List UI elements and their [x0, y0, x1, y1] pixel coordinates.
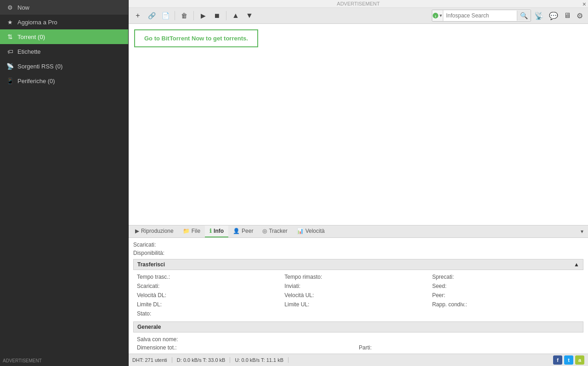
dht-status: DHT: 271 utenti [132, 357, 172, 363]
tab-file-label: File [192, 228, 200, 234]
generale-title: Generale [137, 324, 161, 330]
salva-con-nome-label: Salva con nome: [137, 336, 192, 343]
generale-grid: Dimensione tot.: Parti: Creato il: [137, 343, 580, 354]
tab-tracker[interactable]: ◎ Tracker [258, 225, 292, 237]
limite-dl-label: Limite DL: [137, 301, 178, 308]
trasferisci-collapse-icon[interactable]: ▲ [574, 261, 579, 268]
peer-icon: 👤 [233, 228, 240, 234]
start-button[interactable]: ▶ [197, 10, 209, 22]
tab-expand-button[interactable]: ▾ [578, 226, 586, 236]
search-dropdown-arrow: ▼ [439, 13, 443, 18]
settings-button[interactable]: ⚙ [574, 10, 585, 22]
sidebar-item-now-label: Now [17, 4, 29, 11]
toolbar-sep-2 [193, 11, 194, 20]
stato-field: Stato: [137, 310, 284, 318]
trasferisci-header: Trasferisci ▲ [133, 259, 583, 270]
facebook-icon[interactable]: f [553, 355, 562, 365]
velocita-ul-field: Velocità UL: [284, 291, 432, 299]
delete-button[interactable]: 🗑 [178, 10, 191, 22]
tempo-rimasto-field: Tempo rimasto: [284, 273, 432, 281]
android-icon[interactable]: a [575, 355, 584, 365]
scaricati-label: Scaricati: [133, 242, 188, 248]
tab-riproduzione-label: Riproduzione [141, 228, 174, 234]
file-icon: 📄 [162, 12, 170, 19]
scaricati-info-label: Scaricati: [137, 283, 178, 289]
link-icon: 🔗 [148, 12, 156, 19]
sidebar-item-rss[interactable]: 📡 Sorgenti RSS (0) [0, 59, 128, 73]
toolbar-sep-1 [175, 11, 175, 20]
riproduzione-icon: ▶ [135, 228, 139, 234]
toolbar: + 🔗 📄 🗑 ▶ ⏹ ▲ ▼ [129, 8, 588, 24]
sidebar-item-torrents[interactable]: ⇅ Torrent (0) [0, 29, 128, 44]
sidebar-item-devices-label: Periferiche (0) [17, 78, 55, 84]
toolbar-sep-3 [226, 11, 226, 20]
close-ad-button[interactable]: × [582, 0, 586, 8]
tab-riproduzione[interactable]: ▶ Riproduzione [130, 225, 178, 237]
trasferisci-title: Trasferisci [137, 261, 165, 268]
trasferisci-grid: Tempo trasc.: Tempo rimasto: Sprecati: [137, 273, 580, 318]
sidebar: ⚙ Now ★ Aggiorna a Pro ⇅ Torrent (0) 🏷 E… [0, 0, 129, 366]
torrents-icon: ⇅ [6, 33, 14, 40]
tempo-trasc-label: Tempo trasc.: [137, 274, 178, 280]
seed-label: Seed: [432, 283, 474, 289]
tab-info[interactable]: ℹ Info [205, 225, 228, 237]
rapp-condiv-label: Rapp. condiv.: [432, 301, 474, 308]
rss-toolbar-icon: 📡 [534, 12, 543, 20]
rapp-condiv-field: Rapp. condiv.: [432, 300, 580, 309]
peer-label: Peer: [432, 292, 474, 298]
generale-content: Salva con nome: Dimensione tot.: Parti: [133, 333, 583, 354]
twitter-icon[interactable]: t [564, 355, 573, 365]
stop-button[interactable]: ⏹ [210, 10, 223, 22]
scaricati-row: Scaricati: [133, 241, 583, 249]
disponibilita-label: Disponibilità: [133, 250, 188, 256]
torrent-area: Go to BitTorrent Now to get torrents. [129, 24, 588, 225]
ad-bar-top: ADVERTISEMENT × [129, 0, 588, 8]
upgrade-icon: ★ [6, 18, 14, 26]
upload-status: U: 0.0 kB/s T: 11.1 kB [230, 357, 288, 363]
rss-icon: 📡 [6, 62, 14, 70]
tab-velocita-label: Velocità [305, 228, 325, 234]
download-status: D: 0.0 kB/s T: 33.0 kB [172, 357, 231, 363]
salva-con-nome-row: Salva con nome: [137, 335, 580, 343]
tab-peer[interactable]: 👤 Peer [228, 225, 258, 237]
file-tab-icon: 📁 [183, 228, 190, 234]
sidebar-item-upgrade[interactable]: ★ Aggiorna a Pro [0, 15, 128, 29]
chat-icon: 💬 [549, 12, 558, 20]
add-url-button[interactable]: 🔗 [145, 10, 158, 22]
tab-file[interactable]: 📁 File [178, 225, 205, 237]
stop-icon: ⏹ [214, 12, 220, 19]
inviati-field: Inviati: [284, 282, 432, 290]
add-file-button[interactable]: 📄 [159, 10, 172, 22]
tab-bar: ▶ Riproduzione 📁 File ℹ Info 👤 Peer ◎ [129, 225, 588, 238]
search-button[interactable]: 🔍 [517, 11, 531, 21]
rss-toolbar-button[interactable]: 📡 [532, 10, 546, 22]
sidebar-item-labels-label: Etichette [17, 48, 41, 55]
tab-velocita[interactable]: 📊 Velocità [292, 225, 329, 237]
search-logo[interactable]: i ▼ [432, 10, 443, 21]
move-down-button[interactable]: ▼ [243, 10, 256, 22]
bottom-panel: ▶ Riproduzione 📁 File ℹ Info 👤 Peer ◎ [129, 225, 588, 354]
start-icon: ▶ [201, 12, 206, 19]
move-up-button[interactable]: ▲ [229, 10, 242, 22]
inviati-label: Inviati: [284, 283, 326, 289]
delete-icon: 🗑 [181, 12, 187, 19]
sidebar-item-labels[interactable]: 🏷 Etichette [0, 44, 128, 59]
sprecati-field: Sprecati: [432, 273, 580, 281]
search-container: i ▼ 🔍 [432, 10, 531, 22]
tempo-rimasto-label: Tempo rimasto: [284, 274, 326, 280]
search-input[interactable] [443, 11, 517, 20]
sidebar-item-devices[interactable]: 📱 Periferiche (0) [0, 73, 128, 88]
tab-info-label: Info [214, 228, 224, 234]
remote-button[interactable]: 🖥 [561, 10, 573, 21]
tab-tracker-label: Tracker [269, 228, 287, 234]
add-icon: + [136, 11, 140, 20]
add-torrent-button[interactable]: + [131, 10, 144, 22]
goto-bittorrent-text: Go to BitTorrent Now to get torrents. [144, 35, 248, 42]
goto-bittorrent-link[interactable]: Go to BitTorrent Now to get torrents. [134, 29, 258, 47]
sidebar-item-torrents-label: Torrent (0) [17, 34, 45, 40]
dimensione-tot-field: Dimensione tot.: [137, 343, 358, 352]
sidebar-item-now[interactable]: ⚙ Now [0, 0, 128, 15]
infospace-logo-icon: i [432, 12, 439, 19]
chat-button[interactable]: 💬 [547, 10, 560, 22]
status-bar: DHT: 271 utenti D: 0.0 kB/s T: 33.0 kB U… [129, 354, 588, 366]
